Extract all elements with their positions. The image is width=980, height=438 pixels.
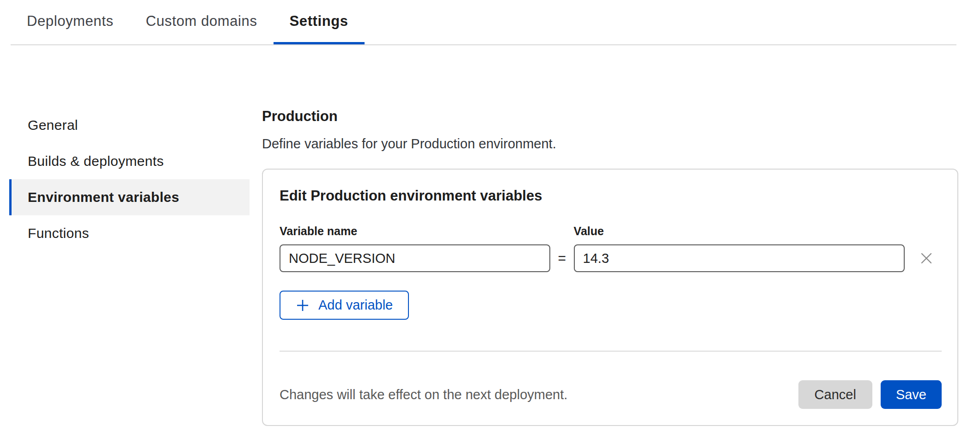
section-subtitle: Define variables for your Production env…: [262, 136, 958, 152]
section-heading: Production: [262, 108, 958, 125]
variable-name-input[interactable]: [280, 244, 550, 272]
save-button[interactable]: Save: [881, 380, 942, 409]
variable-name-field-group: Variable name: [280, 224, 550, 272]
remove-variable-button[interactable]: [911, 244, 942, 272]
tab-settings[interactable]: Settings: [274, 0, 365, 44]
plus-icon: [296, 298, 310, 312]
project-tabs: Deployments Custom domains Settings: [11, 0, 956, 45]
settings-page: Deployments Custom domains Settings Gene…: [0, 0, 980, 438]
card-title: Edit Production environment variables: [280, 187, 942, 205]
settings-body: General Builds & deployments Environment…: [0, 45, 980, 426]
variable-value-input[interactable]: [574, 244, 905, 272]
sidebar-item-builds-deployments[interactable]: Builds & deployments: [9, 143, 250, 179]
tab-custom-domains[interactable]: Custom domains: [130, 0, 274, 44]
equals-sign: =: [550, 244, 574, 272]
variable-row: Variable name = Value: [280, 224, 942, 272]
deployment-note: Changes will take effect on the next dep…: [280, 387, 798, 402]
cancel-button[interactable]: Cancel: [798, 380, 872, 409]
variable-name-label: Variable name: [280, 224, 550, 238]
tab-deployments[interactable]: Deployments: [11, 0, 130, 44]
sidebar-item-environment-variables[interactable]: Environment variables: [9, 179, 250, 215]
variable-value-label: Value: [574, 224, 905, 238]
close-icon: [919, 250, 934, 266]
card-divider: [280, 351, 942, 352]
add-variable-button[interactable]: Add variable: [280, 291, 409, 320]
sidebar-item-functions[interactable]: Functions: [9, 215, 250, 251]
sidebar-item-general[interactable]: General: [9, 107, 250, 143]
variable-value-field-group: Value: [574, 224, 905, 272]
card-footer: Changes will take effect on the next dep…: [280, 380, 942, 409]
settings-sidebar: General Builds & deployments Environment…: [0, 107, 250, 426]
edit-variables-card: Edit Production environment variables Va…: [262, 169, 958, 426]
add-variable-label: Add variable: [318, 298, 393, 313]
environment-variables-panel: Production Define variables for your Pro…: [262, 107, 958, 426]
